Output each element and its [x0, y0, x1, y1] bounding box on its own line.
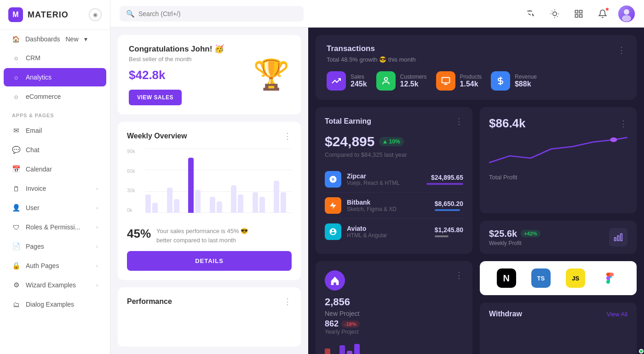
performance-more-button[interactable]: ⋮ — [283, 297, 292, 307]
sidebar-item-dialog[interactable]: 🗂 Dialog Examples — [4, 295, 106, 314]
sidebar-item-email[interactable]: ✉ Email — [4, 121, 106, 140]
products-icon — [436, 71, 455, 91]
notification-icon[interactable] — [594, 6, 611, 22]
sidebar-analytics-label: Analytics — [26, 74, 98, 81]
sidebar-item-analytics[interactable]: ○ Analytics — [4, 68, 106, 86]
big-profit-amount: $86.4k — [489, 116, 526, 131]
pages-icon: 📄 — [12, 242, 20, 251]
sidebar-item-dashboards[interactable]: 🏠 Dashboards New ▾ — [4, 30, 106, 48]
javascript-logo: JS — [566, 268, 585, 288]
bar-group-3 — [188, 158, 206, 213]
search-icon: 🔍 — [126, 10, 135, 18]
sales-label: Sales — [351, 74, 367, 80]
customers-icon — [376, 71, 396, 91]
topbar-actions — [523, 6, 635, 22]
sidebar-header: M MATERIO ◉ — [0, 0, 110, 30]
new-project-card: ⋮ 2,856 New Project 862 -18% Yearly Proj… — [316, 261, 472, 354]
stats-row: Sales 245k Customers 12.5k — [327, 71, 626, 91]
y-label-90k: 90k — [127, 148, 143, 154]
sidebar-wizard-label: Wizard Examples — [26, 281, 91, 289]
bitbank-info: Bitbank Sketch, Figma & XD — [347, 199, 397, 212]
project-badge: -18% — [341, 320, 360, 328]
translate-icon[interactable] — [523, 6, 539, 22]
weekly-more-button[interactable]: ⋮ — [283, 131, 292, 141]
sidebar-item-ecommerce[interactable]: ○ eCommerce — [4, 87, 106, 106]
tx-zipcar: Zipcar Vuejs, React & HTML $24,895.65 — [325, 166, 463, 193]
dialog-icon: 🗂 — [12, 300, 20, 308]
sidebar-auth-label: Auth Pages — [26, 262, 91, 269]
bar-group-1 — [145, 194, 163, 213]
zipcar-name: Zipcar — [347, 172, 400, 180]
sidebar-item-crm[interactable]: ○ CRM — [4, 49, 106, 67]
project-more-button[interactable]: ⋮ — [455, 270, 463, 280]
sidebar-toggle-icon[interactable]: ◉ — [89, 8, 102, 21]
customers-value: 12.5k — [400, 80, 427, 88]
bar-light-2 — [167, 188, 172, 213]
svg-point-14 — [384, 78, 387, 81]
transactions-more-button[interactable]: ⋮ — [617, 45, 626, 55]
right-bottom-right: N TS JS — [480, 261, 637, 354]
sidebar-email-label: Email — [26, 127, 98, 134]
sidebar-item-wizard[interactable]: ⚙ Wizard Examples › — [4, 276, 106, 294]
brightness-icon[interactable] — [546, 6, 563, 22]
sidebar-item-calendar[interactable]: 📅 Calendar — [4, 160, 106, 178]
bars-area — [145, 148, 292, 213]
sparkline-chart — [489, 135, 627, 169]
view-sales-button[interactable]: VIEW SALES — [129, 90, 182, 105]
bar-group-6 — [253, 192, 270, 213]
weekly-percentage: 45% — [127, 227, 151, 241]
sidebar-item-chat[interactable]: 💬 Chat — [4, 141, 106, 159]
tech-logos-card: N TS JS — [480, 261, 637, 295]
circle-active-icon: ○ — [12, 73, 20, 81]
grid-icon[interactable] — [570, 6, 587, 22]
apps-section-label: APPS & PAGES — [0, 106, 110, 121]
details-button[interactable]: DETAILS — [127, 251, 292, 271]
withdraw-header: Withdraw View All — [489, 310, 627, 318]
mini-bar-1 — [325, 348, 330, 354]
bar-light-5 — [231, 185, 236, 213]
sidebar-item-auth[interactable]: 🔒 Auth Pages › — [4, 257, 106, 275]
bar-group-4 — [210, 197, 228, 213]
profit-more-button[interactable]: ⋮ — [619, 119, 627, 129]
earning-more-button[interactable]: ⋮ — [455, 116, 463, 126]
sidebar-pages-label: Pages — [26, 243, 91, 250]
chevron-right-icon-3: › — [96, 224, 98, 230]
chat-icon: 💬 — [12, 146, 20, 154]
svg-point-0 — [553, 11, 557, 15]
bitbank-icon — [325, 197, 341, 214]
content-area: Congratulations John! 🥳 Best seller of t… — [110, 28, 644, 354]
bottom-right-row: ⋮ 2,856 New Project 862 -18% Yearly Proj… — [316, 261, 637, 354]
earning-header: Total Earning ⋮ — [325, 116, 463, 126]
customers-label: Customers — [400, 74, 427, 80]
sidebar-item-roles[interactable]: 🛡 Roles & Permissi... › — [4, 218, 106, 236]
bar-light-2b — [174, 199, 179, 213]
chevron-right-icon-6: › — [96, 282, 98, 288]
wizard-icon: ⚙ — [12, 281, 20, 289]
svg-point-12 — [624, 9, 629, 15]
search-box[interactable]: 🔍 — [120, 6, 304, 22]
sales-value: 245k — [351, 80, 367, 88]
right-panel: Transactions ⋮ Total 48.5% growth 😎 this… — [308, 28, 644, 354]
weekly-title: Weekly Overview — [127, 132, 187, 140]
sidebar-item-pages[interactable]: 📄 Pages › — [4, 237, 106, 256]
withdraw-view-all[interactable]: View All — [607, 311, 627, 318]
aviato-sub: HTML & Angular — [347, 232, 387, 239]
zipcar-progress — [426, 183, 463, 185]
aviato-amount: $1,245.80 — [435, 226, 463, 234]
performance-header: Performance ⋮ — [127, 297, 292, 307]
bitbank-name: Bitbank — [347, 199, 397, 206]
search-input[interactable] — [138, 10, 297, 17]
avatar[interactable] — [618, 6, 635, 22]
topbar: 🔍 — [110, 0, 644, 28]
earning-compare: Compared to $84,325 last year — [325, 151, 463, 158]
growth-badge: 10% — [379, 137, 403, 146]
svg-rect-10 — [580, 14, 582, 17]
stat-sales: Sales 245k — [327, 71, 367, 91]
sidebar-item-user[interactable]: 👤 User › — [4, 199, 106, 217]
sidebar-item-invoice[interactable]: 🗒 Invoice › — [4, 179, 106, 198]
customers-stat: Customers 12.5k — [400, 74, 427, 88]
products-stat: Products 1.54k — [460, 74, 482, 88]
sales-icon — [327, 71, 346, 91]
bar-light-1b — [152, 203, 158, 213]
weekly-header: Weekly Overview ⋮ — [127, 131, 292, 141]
